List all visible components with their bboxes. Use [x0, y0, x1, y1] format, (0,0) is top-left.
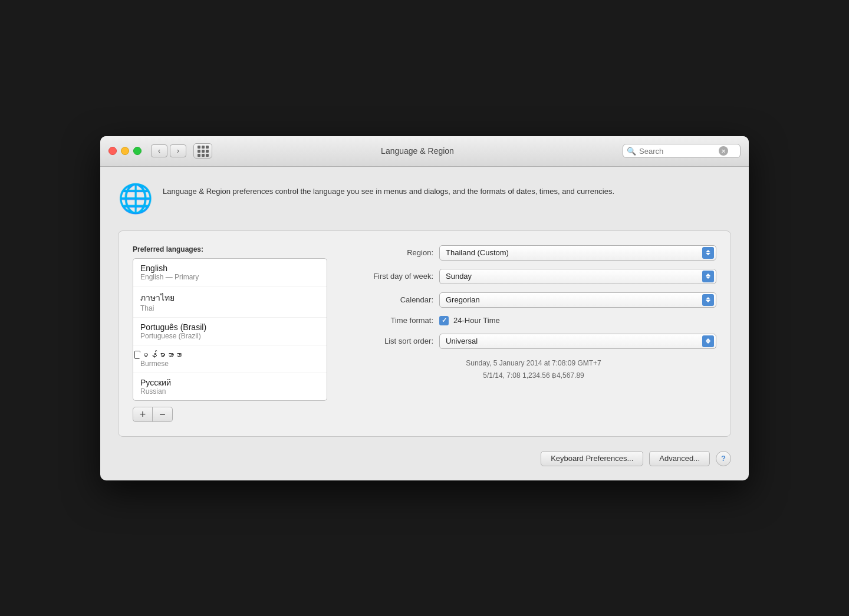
list-buttons: + − [133, 407, 327, 422]
first-day-select-container: SundayMondaySaturday [439, 269, 716, 284]
maximize-button[interactable] [133, 147, 142, 155]
description-text: Language & Region preferences control th… [163, 181, 614, 198]
close-button[interactable] [108, 147, 117, 155]
list-item[interactable]: Português (Brasil) Portuguese (Brazil) [133, 318, 327, 345]
first-day-row: First day of week: SundayMondaySaturday [351, 269, 716, 284]
titlebar: ‹ › Language & Region 🔍 ✕ [100, 136, 749, 167]
lang-name: ภาษาไทย [140, 291, 320, 304]
list-sort-label: List sort order: [351, 337, 433, 345]
advanced-button[interactable]: Advanced... [649, 451, 710, 466]
list-sort-select-container: UniversalCurrent Language [439, 334, 716, 349]
list-sort-row: List sort order: UniversalCurrent Langua… [351, 334, 716, 349]
lang-name: Português (Brasil) [140, 322, 320, 332]
region-label: Region: [351, 248, 433, 257]
back-icon: ‹ [158, 147, 160, 155]
preview-line2: 5/1/14, 7:08 1,234.56 ฿4,567.89 [351, 370, 716, 383]
search-icon: 🔍 [627, 147, 636, 156]
preview-line1: Sunday, 5 January 2014 at 7:08:09 GMT+7 [351, 357, 716, 370]
time-format-checkbox-label: 24-Hour Time [453, 316, 500, 325]
forward-icon: › [177, 147, 179, 155]
calendar-select[interactable]: GregorianBuddhistJapaneseHebrew [439, 292, 716, 308]
minimize-button[interactable] [121, 147, 129, 155]
forward-button[interactable]: › [170, 144, 186, 157]
lang-sub: Thai [140, 304, 320, 312]
region-select[interactable]: Thailand (Custom)United StatesUnited Kin… [439, 245, 716, 261]
time-format-checkbox-row: ✓ 24-Hour Time [439, 316, 500, 325]
lang-sub: Burmese [140, 360, 320, 368]
list-item[interactable]: ภาษาไทย Thai [133, 286, 327, 318]
first-day-label: First day of week: [351, 272, 433, 281]
preview-text: Sunday, 5 January 2014 at 7:08:09 GMT+7 … [351, 357, 716, 383]
time-format-label: Time format: [351, 316, 433, 325]
bottom-buttons: Keyboard Preferences... Advanced... ? [118, 451, 731, 466]
traffic-lights [108, 147, 142, 155]
remove-language-button[interactable]: − [153, 407, 173, 422]
window-title: Language & Region [218, 146, 617, 156]
search-box[interactable]: 🔍 ✕ [623, 144, 741, 158]
left-panel: Preferred languages: English English — P… [133, 245, 327, 422]
list-item[interactable]: English English — Primary [133, 259, 327, 286]
right-panel: Region: Thailand (Custom)United StatesUn… [351, 245, 716, 422]
nav-buttons: ‹ › [151, 144, 186, 157]
list-item[interactable]: မြန်မာဘာသာ Burmese [133, 345, 327, 373]
first-day-select[interactable]: SundayMondaySaturday [439, 269, 716, 284]
help-button[interactable]: ? [716, 451, 731, 466]
main-panel: Preferred languages: English English — P… [118, 230, 731, 437]
lang-sub: Portuguese (Brazil) [140, 332, 320, 340]
time-format-checkbox[interactable]: ✓ [439, 316, 449, 325]
calendar-row: Calendar: GregorianBuddhistJapaneseHebre… [351, 292, 716, 308]
lang-name: English [140, 263, 320, 273]
add-language-button[interactable]: + [133, 407, 153, 422]
calendar-label: Calendar: [351, 295, 433, 304]
time-format-row: Time format: ✓ 24-Hour Time [351, 316, 716, 325]
calendar-select-container: GregorianBuddhistJapaneseHebrew [439, 292, 716, 308]
list-sort-select[interactable]: UniversalCurrent Language [439, 334, 716, 349]
system-preferences-window: ‹ › Language & Region 🔍 ✕ 🌐 Language & R… [100, 136, 749, 480]
description-row: 🌐 Language & Region preferences control … [118, 181, 731, 216]
grid-button[interactable] [193, 143, 212, 159]
lang-sub: English — Primary [140, 273, 320, 281]
list-item[interactable]: Русский Russian [133, 373, 327, 400]
back-button[interactable]: ‹ [151, 144, 167, 157]
preferred-languages-label: Preferred languages: [133, 245, 327, 253]
keyboard-prefs-button[interactable]: Keyboard Preferences... [541, 451, 643, 466]
content-area: 🌐 Language & Region preferences control … [100, 167, 749, 480]
language-list[interactable]: English English — Primaryภาษาไทย ThaiPor… [133, 258, 327, 401]
lang-name: မြန်မာဘာသာ [140, 350, 320, 360]
region-row: Region: Thailand (Custom)United StatesUn… [351, 245, 716, 261]
lang-sub: Russian [140, 387, 320, 396]
grid-icon [198, 146, 209, 157]
region-select-container: Thailand (Custom)United StatesUnited Kin… [439, 245, 716, 261]
checkmark-icon: ✓ [442, 317, 447, 324]
search-clear-button[interactable]: ✕ [719, 146, 728, 156]
lang-name: Русский [140, 378, 320, 387]
flag-icon: 🌐 [118, 181, 153, 216]
search-input[interactable] [639, 147, 716, 156]
